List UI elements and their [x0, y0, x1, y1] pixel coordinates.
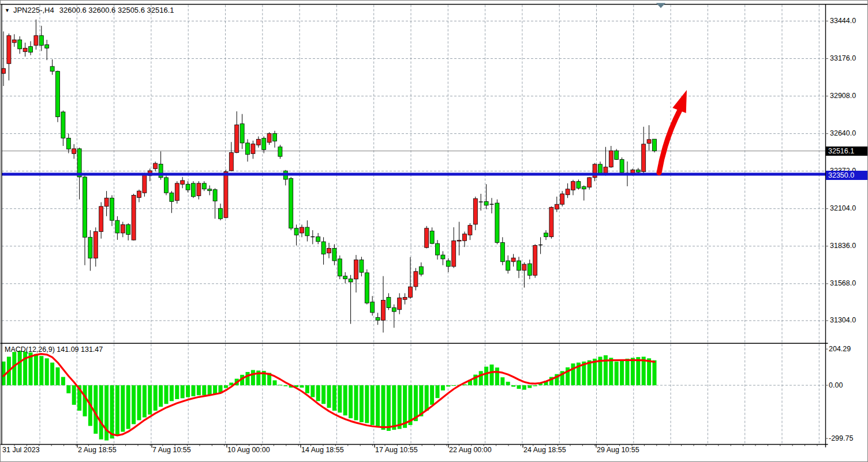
candle	[343, 272, 347, 283]
candle	[72, 144, 76, 159]
candle	[267, 132, 271, 145]
candle	[495, 200, 499, 245]
candle	[473, 197, 477, 230]
candle	[463, 232, 467, 247]
candle	[213, 188, 217, 219]
candle	[61, 111, 65, 146]
macd-histogram	[2, 351, 657, 440]
symbol-dropdown-icon[interactable]: ▼	[5, 7, 10, 13]
candle	[202, 181, 206, 191]
ohlc-values: 32600.6 32600.6 32505.6 32516.1	[59, 6, 174, 14]
level-price-tag: 32350.0	[826, 171, 868, 180]
candle	[544, 230, 548, 240]
candle	[436, 240, 440, 260]
candle	[376, 313, 380, 325]
candle	[256, 137, 260, 148]
candle	[240, 114, 244, 149]
candle	[549, 206, 553, 239]
price-axis-label: 32104.0	[830, 204, 856, 213]
candle	[126, 223, 130, 241]
candle	[229, 142, 233, 171]
mt4-chart-window: ▼ JPN225-,H4 32600.6 32600.6 32505.6 325…	[0, 0, 868, 462]
candle	[620, 157, 624, 173]
time-axis-label: 2 Aug 18:55	[78, 446, 117, 454]
time-axis-label: 22 Aug 00:00	[449, 446, 492, 454]
candle	[425, 226, 429, 249]
candle	[305, 220, 309, 241]
candle	[50, 59, 54, 75]
candle	[164, 175, 169, 195]
time-axis-label: 14 Aug 18:55	[301, 446, 344, 454]
gridlines	[2, 5, 826, 444]
candle	[66, 134, 70, 153]
chart-canvas[interactable]	[1, 1, 868, 462]
candle	[321, 237, 326, 265]
macd-axis-label: -299.75	[829, 434, 853, 443]
candle	[327, 243, 331, 258]
time-axis-label: 29 Aug 10:55	[597, 446, 639, 454]
candle	[511, 254, 515, 266]
candle	[283, 170, 287, 186]
macd-indicator-label: MACD(12,26,9) 141.09 131.47	[5, 345, 103, 354]
time-axis-label: 31 Jul 2023	[2, 446, 40, 454]
candle	[593, 163, 597, 182]
symbol-period-label: JPN225-,H4	[13, 6, 54, 14]
candle	[371, 296, 375, 315]
candle	[441, 251, 445, 265]
candle	[653, 139, 657, 152]
candles	[2, 20, 657, 333]
price-axis-label: 31568.0	[830, 279, 856, 288]
candle	[522, 262, 526, 288]
candle	[430, 227, 434, 244]
candle	[104, 191, 108, 216]
candle	[332, 244, 336, 265]
current-price-tag: 32516.1	[826, 147, 868, 156]
candle	[588, 177, 592, 190]
candle	[137, 190, 141, 202]
trend-arrow-head[interactable]	[672, 90, 687, 113]
price-axis-label: 33444.0	[830, 17, 856, 25]
candle	[18, 36, 22, 54]
candle	[289, 177, 293, 230]
candle	[88, 230, 92, 271]
candle	[12, 34, 16, 47]
macd-axis-label: 0.00	[829, 381, 843, 390]
candle	[224, 170, 228, 218]
candle	[34, 20, 38, 50]
candle	[419, 262, 423, 276]
candle	[235, 111, 239, 153]
candle	[29, 41, 33, 55]
candle	[99, 202, 103, 239]
level-line[interactable]	[2, 173, 826, 176]
candle	[23, 43, 27, 57]
candle	[560, 191, 564, 206]
candle	[527, 260, 532, 279]
candle	[403, 293, 407, 304]
candle	[197, 181, 201, 200]
candle	[490, 198, 494, 213]
time-marker-icon[interactable]	[656, 3, 665, 8]
candle	[294, 224, 298, 245]
candle	[219, 204, 223, 220]
candle	[110, 195, 114, 226]
price-axis-label: 31304.0	[830, 316, 856, 325]
candle	[647, 125, 651, 151]
candle	[609, 146, 613, 168]
candle	[132, 194, 136, 241]
candle	[533, 244, 537, 277]
candle	[300, 224, 304, 237]
candle	[7, 33, 11, 80]
candle	[93, 227, 98, 266]
candle	[208, 185, 212, 195]
macd-axis-label: 204.29	[829, 345, 851, 354]
candle	[143, 173, 147, 197]
candle	[170, 191, 174, 213]
candle	[154, 161, 158, 171]
candle	[452, 227, 456, 268]
candle	[192, 181, 196, 198]
candle	[56, 70, 60, 122]
candle	[186, 181, 190, 192]
candle	[571, 180, 575, 196]
candle	[181, 177, 185, 188]
trend-arrow[interactable]	[659, 110, 680, 173]
